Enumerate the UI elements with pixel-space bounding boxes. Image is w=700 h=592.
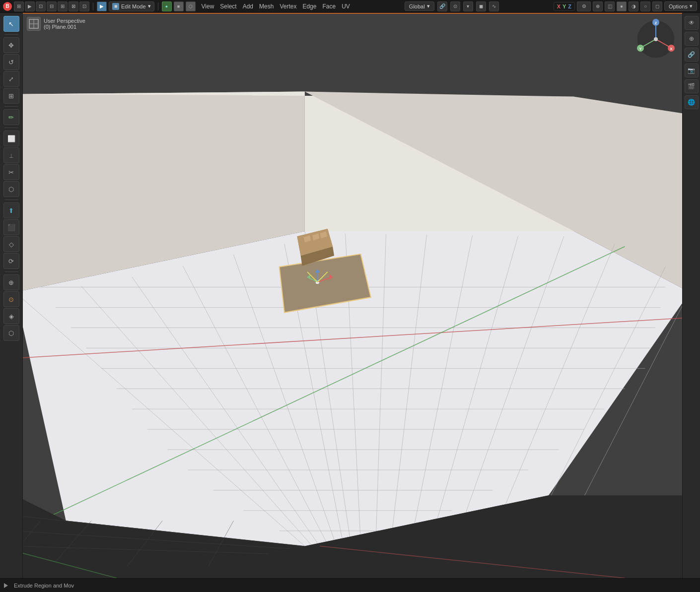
proportional-icon[interactable]: ⊙ [450,1,460,11]
nav-select[interactable]: Select [220,3,236,10]
global-selector[interactable]: Global ▾ [405,1,434,11]
mesh-icon-2[interactable]: ■ [174,1,184,11]
move-tool-btn[interactable]: ✥ [3,37,19,53]
bottom-status-bar: Extrude Region and Mov [0,578,700,592]
z-label: Z [568,3,571,9]
navigation-gizmo[interactable]: Z X Y [633,17,678,62]
separator-2 [158,2,158,10]
knife-btn[interactable]: ✂ [3,164,19,180]
nav-face[interactable]: Face [322,3,336,10]
mesh-tool-1[interactable]: ◼ [476,1,486,11]
header-right: X Y Z ⚙ ⊕ ◫ ● ◑ ○ ◻ Options ▾ [554,1,697,11]
viewport-info-text: User Perspective (0) Plane.001 [44,18,85,30]
bevel-btn[interactable]: ◇ [3,236,19,252]
shading-render[interactable]: ○ [640,1,650,11]
viewport-thumb [27,17,41,31]
svg-text:Z: Z [655,21,657,25]
header-icon-group: ⊞ ▶ ⊡ ⊟ ⊞ ⊠ ⊡ [14,1,89,11]
nav-vertex[interactable]: Vertex [280,3,296,10]
mode-icon: ◼ [112,3,119,10]
header-icon-5[interactable]: ⊞ [58,1,68,11]
snapping-icon[interactable]: 🔗 [437,1,447,11]
object-label: (0) Plane.001 [44,24,85,30]
toolbar-sep-2 [4,106,18,107]
separator-1 [93,2,93,10]
viewport-info: User Perspective (0) Plane.001 [27,17,85,31]
inset-btn[interactable]: ⬛ [3,219,19,235]
perspective-label: User Perspective [44,18,85,24]
play-icon [4,583,8,588]
loop-btn[interactable]: ⟳ [3,253,19,269]
merge-btn[interactable]: ⊕ [3,274,19,290]
mesh-tool-2[interactable]: ∿ [489,1,499,11]
toolbar-sep-4 [4,199,18,200]
mode-label: Edit Mode [121,3,146,9]
nav-uv[interactable]: UV [342,3,350,10]
header-icon-1[interactable]: ⊞ [14,1,24,11]
toolbar-sep-5 [4,271,18,272]
overlay-icon[interactable]: ⊕ [593,1,603,11]
header-icon-4[interactable]: ⊟ [47,1,57,11]
options-btn[interactable]: Options ▾ [664,1,697,11]
blender-logo: B [3,2,12,11]
shear-btn[interactable]: ◈ [3,308,19,324]
header-icon-3[interactable]: ⊡ [36,1,46,11]
svg-text:X: X [670,47,673,51]
annotate-btn[interactable]: ✏ [3,109,19,125]
poly-build-btn[interactable]: ⬡ [3,181,19,197]
shading-solid[interactable]: ● [617,1,627,11]
toolbar-sep-1 [4,34,18,35]
right-sidebar: 👁 ⊕ 🔗 📷 🎬 🌐 [682,13,700,578]
box-select-btn[interactable]: ⬜ [3,131,19,146]
svg-text:Y: Y [639,47,642,51]
viewport-render[interactable]: ◻ [652,1,662,11]
status-text: Extrude Region and Mov [14,583,74,589]
toolbar-sep-3 [4,128,18,128]
xyz-display: X Y Z [554,2,575,11]
cursor-tool-btn[interactable]: ↖ [3,16,19,32]
editor-type-icon[interactable]: ▶ [97,1,107,11]
options-label: Options [669,3,688,9]
xray-icon[interactable]: ◫ [605,1,615,11]
mesh-icon-3[interactable]: ⬡ [186,1,196,11]
render-btn[interactable]: 🎬 [685,79,699,93]
shading-material[interactable]: ◑ [629,1,638,11]
header-icon-7[interactable]: ⊡ [79,1,89,11]
options-dropdown: ▾ [690,3,693,9]
proportional-dropdown[interactable]: ▾ [463,1,473,11]
mesh-icon-1[interactable]: ● [162,1,172,11]
scene-svg [23,13,682,578]
nav-view[interactable]: View [202,3,214,10]
top-header-bar: B ⊞ ▶ ⊡ ⊟ ⊞ ⊠ ⊡ ▶ ◼ Edit Mode ▾ ● ■ ⬡ Vi… [0,0,700,13]
global-label: Global [409,3,425,9]
extrude-btn[interactable]: ⬆ [3,202,19,218]
editor-type-group: ▶ [97,1,107,11]
shrink-btn[interactable]: ⊙ [3,291,19,307]
header-center: Global ▾ 🔗 ⊙ ▾ ◼ ∿ [352,1,552,11]
header-icon-2[interactable]: ▶ [25,1,35,11]
y-label: Y [562,3,566,9]
transform-tool-btn[interactable]: ⊞ [3,88,19,104]
x-label: X [557,3,560,9]
mode-dropdown-icon: ▾ [148,3,151,9]
left-toolbar: ↖ ✥ ↺ ⤢ ⊞ ✏ ⬜ ⟂ ✂ ⬡ ⬆ ⬛ ◇ ⟳ ⊕ ⊙ ◈ ⬡ [0,13,23,578]
header-nav: View Select Add Mesh Vertex Edge Face UV [202,3,350,10]
header-icon-6[interactable]: ⊠ [69,1,78,11]
svg-point-13 [654,37,658,41]
camera-btn[interactable]: 📷 [685,64,699,77]
viewport-3d[interactable]: User Perspective (0) Plane.001 Z X Y [23,13,682,578]
nav-mesh[interactable]: Mesh [259,3,274,10]
snap-sidebar-btn[interactable]: 🔗 [685,48,699,62]
loop-cut-btn[interactable]: ⟂ [3,147,19,163]
global-dropdown-icon: ▾ [427,3,430,9]
scale-tool-btn[interactable]: ⤢ [3,71,19,87]
options-icon[interactable]: ⚙ [577,1,591,11]
view-sidebar-btn[interactable]: 👁 [685,16,699,30]
overlay-btn[interactable]: ⊕ [685,32,699,46]
world-btn[interactable]: 🌐 [685,95,699,109]
nav-edge[interactable]: Edge [302,3,316,10]
mode-selector[interactable]: ◼ Edit Mode ▾ [109,1,154,11]
rotate-tool-btn[interactable]: ↺ [3,54,19,70]
rip-btn[interactable]: ⬡ [3,325,19,341]
nav-add[interactable]: Add [243,3,253,10]
